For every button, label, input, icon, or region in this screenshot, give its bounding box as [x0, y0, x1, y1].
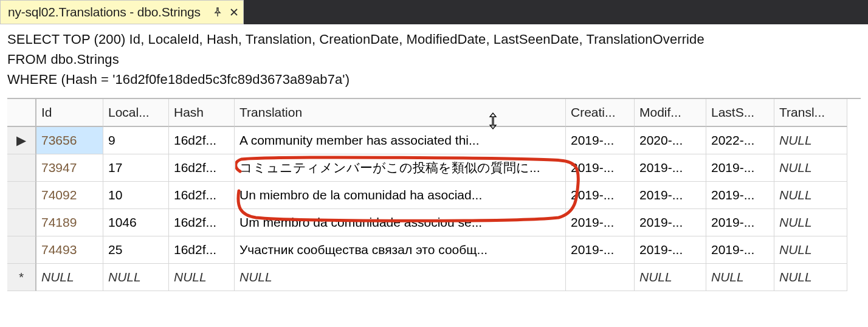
table-row[interactable]: 73947 17 16d2f... コミュニティメンバーがこの投稿を類似の質問に…	[7, 154, 861, 182]
row-selector-current[interactable]: ▶	[7, 127, 36, 154]
row-selector[interactable]	[7, 209, 36, 236]
col-header-id[interactable]: Id	[36, 99, 103, 127]
cell-id[interactable]: 73947	[36, 154, 103, 182]
cell-override[interactable]: NULL	[774, 236, 847, 264]
cell-modifieddate[interactable]: 2019-...	[635, 236, 706, 264]
cell-lastseendate[interactable]: 2022-...	[706, 127, 774, 154]
close-icon[interactable]	[230, 8, 238, 16]
sql-line: FROM dbo.Strings	[7, 49, 861, 69]
cell-translation[interactable]: Участник сообщества связал это сообщ...	[235, 236, 566, 264]
cell-localeid[interactable]: NULL	[103, 264, 169, 291]
cell-modifieddate[interactable]: NULL	[635, 264, 706, 291]
cell-creationdate[interactable]	[566, 264, 635, 291]
cell-creationdate[interactable]: 2019-...	[566, 154, 635, 182]
row-selector[interactable]	[7, 182, 36, 209]
cell-translation[interactable]: A community member has associated thi...	[235, 127, 566, 154]
col-header-lastseendate[interactable]: LastS...	[706, 99, 774, 127]
cell-translation[interactable]: NULL	[235, 264, 566, 291]
cell-hash[interactable]: NULL	[169, 264, 235, 291]
col-header-translationoverride[interactable]: Transl...	[774, 99, 847, 127]
col-header-translation[interactable]: Translation	[235, 99, 566, 127]
cell-translation[interactable]: Un miembro de la comunidad ha asociad...	[235, 182, 566, 209]
col-header-creationdate[interactable]: Creati...	[566, 99, 635, 127]
col-header-hash[interactable]: Hash	[169, 99, 235, 127]
row-selector[interactable]	[7, 236, 36, 264]
cell-creationdate[interactable]: 2019-...	[566, 209, 635, 236]
cell-modifieddate[interactable]: 2019-...	[635, 154, 706, 182]
cell-hash[interactable]: 16d2f...	[169, 209, 235, 236]
cell-lastseendate[interactable]: 2019-...	[706, 209, 774, 236]
tab-bar: ny-sql02.Translations - dbo.Strings	[0, 0, 868, 24]
cell-modifieddate[interactable]: 2020-...	[635, 127, 706, 154]
cell-localeid[interactable]: 1046	[103, 209, 169, 236]
table-row[interactable]: ▶ 73656 9 16d2f... A community member ha…	[7, 127, 861, 154]
table-row[interactable]: 74493 25 16d2f... Участник сообщества св…	[7, 236, 861, 264]
cell-id[interactable]: NULL	[36, 264, 103, 291]
cell-modifieddate[interactable]: 2019-...	[635, 182, 706, 209]
cell-localeid[interactable]: 17	[103, 154, 169, 182]
table-new-row[interactable]: * NULL NULL NULL NULL NULL NULL NULL	[7, 264, 861, 291]
row-selector-header	[7, 99, 36, 127]
cell-localeid[interactable]: 10	[103, 182, 169, 209]
tab-title: ny-sql02.Translations - dbo.Strings	[8, 5, 201, 19]
sql-line: SELECT TOP (200) Id, LocaleId, Hash, Tra…	[7, 29, 861, 49]
table-row[interactable]: 74092 10 16d2f... Un miembro de la comun…	[7, 182, 861, 209]
cell-hash[interactable]: 16d2f...	[169, 154, 235, 182]
cell-lastseendate[interactable]: 2019-...	[706, 182, 774, 209]
row-selector[interactable]	[7, 154, 36, 182]
cell-creationdate[interactable]: 2019-...	[566, 127, 635, 154]
cell-translation[interactable]: Um membro da comunidade associou se...	[235, 209, 566, 236]
cell-hash[interactable]: 16d2f...	[169, 182, 235, 209]
cell-override[interactable]: NULL	[774, 127, 847, 154]
cell-override[interactable]: NULL	[774, 182, 847, 209]
table-row[interactable]: 74189 1046 16d2f... Um membro da comunid…	[7, 209, 861, 236]
cell-hash[interactable]: 16d2f...	[169, 236, 235, 264]
sql-line: WHERE (Hash = '16d2f0fe18ded5c3fc89d3673…	[7, 69, 861, 89]
cell-modifieddate[interactable]: 2019-...	[635, 209, 706, 236]
grid-header-row: Id Local... Hash Translation Creati... M…	[7, 99, 861, 127]
cell-hash[interactable]: 16d2f...	[169, 127, 235, 154]
cell-override[interactable]: NULL	[774, 209, 847, 236]
col-header-localeid[interactable]: Local...	[103, 99, 169, 127]
cell-id[interactable]: 74493	[36, 236, 103, 264]
cell-id[interactable]: 74092	[36, 182, 103, 209]
cell-id[interactable]: 74189	[36, 209, 103, 236]
cell-lastseendate[interactable]: NULL	[706, 264, 774, 291]
col-header-modifieddate[interactable]: Modif...	[635, 99, 706, 127]
cell-override[interactable]: NULL	[774, 154, 847, 182]
cell-lastseendate[interactable]: 2019-...	[706, 154, 774, 182]
cell-override[interactable]: NULL	[774, 264, 847, 291]
row-selector-new[interactable]: *	[7, 264, 36, 291]
document-tab[interactable]: ny-sql02.Translations - dbo.Strings	[0, 0, 244, 24]
cell-lastseendate[interactable]: 2019-...	[706, 236, 774, 264]
cell-creationdate[interactable]: 2019-...	[566, 182, 635, 209]
cell-localeid[interactable]: 9	[103, 127, 169, 154]
cell-id[interactable]: 73656	[36, 127, 103, 154]
sql-criteria-panel[interactable]: SELECT TOP (200) Id, LocaleId, Hash, Tra…	[0, 24, 868, 98]
results-grid[interactable]: Id Local... Hash Translation Creati... M…	[7, 98, 861, 291]
cell-localeid[interactable]: 25	[103, 236, 169, 264]
cell-creationdate[interactable]: 2019-...	[566, 236, 635, 264]
pin-icon[interactable]	[213, 7, 222, 17]
cell-translation[interactable]: コミュニティメンバーがこの投稿を類似の質問に...	[235, 154, 566, 182]
